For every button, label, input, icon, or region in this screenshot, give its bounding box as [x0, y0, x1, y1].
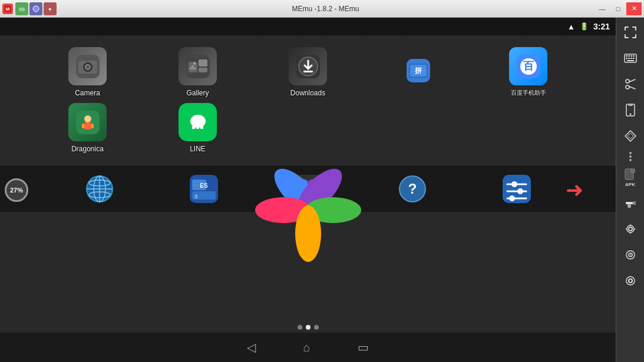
taskbar-icon-1: 99	[15, 2, 28, 15]
svg-rect-39	[192, 126, 195, 129]
svg-text:99: 99	[19, 6, 25, 12]
dock-es-explorer[interactable]: ES 3	[187, 172, 220, 205]
svg-rect-72	[633, 55, 635, 57]
app-gallery[interactable]: Gallery	[146, 47, 250, 97]
title-bar: M 99 ✦ MEmu -1.8.2 - MEmu — □ ✕	[0, 0, 644, 18]
svg-rect-74	[628, 58, 630, 59]
svg-rect-24	[303, 71, 313, 72]
svg-point-3	[33, 6, 39, 12]
svg-rect-70	[628, 55, 630, 57]
svg-point-65	[517, 188, 523, 194]
window-controls: — □ ✕	[595, 2, 642, 15]
settings-button[interactable]	[618, 217, 643, 241]
percent-badge: 27%	[5, 178, 28, 202]
svg-point-95	[629, 227, 632, 231]
svg-text:拼: 拼	[414, 67, 422, 75]
svg-rect-77	[627, 60, 634, 61]
svg-point-101	[629, 280, 632, 282]
right-sidebar: APK APK	[616, 18, 644, 362]
minimize-button[interactable]: —	[595, 2, 610, 15]
app-baidu[interactable]: 百 百度手机助手	[476, 47, 580, 97]
svg-text:M: M	[6, 6, 10, 12]
camera-icon	[68, 47, 107, 85]
svg-rect-41	[200, 126, 203, 129]
page-dots	[298, 325, 319, 330]
svg-text:?: ?	[408, 181, 417, 197]
svg-rect-19	[199, 68, 207, 72]
close-button[interactable]: ✕	[626, 2, 642, 15]
svg-rect-73	[626, 58, 628, 59]
android-screen: ▲ 🔋 3:21 27% ➜	[0, 18, 616, 362]
apk-button[interactable]: APK APK	[618, 165, 643, 190]
app-downloads[interactable]: Downloads	[256, 47, 360, 97]
svg-rect-69	[626, 55, 628, 57]
svg-point-63	[511, 181, 517, 187]
fullscreen-button[interactable]	[618, 20, 643, 45]
svg-text:3: 3	[194, 194, 197, 200]
line-label: LINE	[190, 145, 206, 153]
svg-text:百: 百	[523, 60, 534, 72]
taskbar-icon-3: ✦	[44, 2, 57, 15]
sound-button[interactable]	[618, 243, 643, 267]
downloads-icon	[289, 47, 327, 85]
app-pinyin[interactable]: 拼	[366, 47, 470, 97]
camera-label: Camera	[75, 89, 100, 97]
baidu-label: 百度手机助手	[511, 89, 546, 97]
back-button[interactable]: ◁	[247, 340, 256, 354]
battery-icon: 🔋	[580, 22, 589, 31]
app-empty-2	[366, 103, 470, 153]
svg-line-81	[629, 87, 635, 89]
svg-marker-88	[631, 169, 635, 172]
svg-rect-35	[82, 124, 84, 128]
svg-point-21	[193, 62, 196, 65]
dock-sys-settings[interactable]	[500, 172, 533, 205]
baidu-icon: 百	[509, 47, 547, 85]
svg-rect-36	[91, 124, 94, 128]
svg-rect-76	[633, 58, 635, 59]
app-camera[interactable]: Camera	[35, 47, 140, 97]
main-area: ▲ 🔋 3:21 27% ➜	[0, 18, 644, 362]
svg-point-33	[84, 115, 91, 122]
svg-point-83	[629, 114, 631, 115]
svg-point-78	[626, 79, 629, 83]
volume-button[interactable]	[618, 124, 643, 148]
svg-marker-86	[628, 133, 633, 139]
phone-button[interactable]	[618, 98, 643, 122]
svg-point-94	[627, 225, 634, 233]
app-grid: Camera Gallery	[0, 35, 616, 165]
dock-help[interactable]: ?	[396, 172, 428, 205]
svg-point-79	[626, 85, 629, 89]
maximize-button[interactable]: □	[610, 2, 626, 15]
app-empty-1	[256, 103, 360, 153]
nav-bar: ◁ ⌂ ▭	[0, 333, 616, 362]
taskbar-items: 99 ✦	[15, 2, 57, 15]
clock-display: 3:21	[593, 22, 610, 31]
app-line[interactable]: LINE	[146, 103, 250, 153]
record-button[interactable]	[618, 268, 643, 293]
app-dragonica[interactable]: Dragonica	[35, 103, 140, 153]
line-icon	[179, 103, 217, 141]
svg-point-9	[295, 205, 321, 262]
svg-point-14	[86, 65, 90, 69]
svg-marker-85	[625, 131, 636, 141]
scissors-button[interactable]	[618, 72, 643, 97]
pinyin-icon: 拼	[399, 51, 437, 89]
keyboard-button[interactable]	[618, 46, 643, 71]
svg-text:✦: ✦	[48, 6, 52, 12]
svg-line-80	[629, 79, 635, 82]
svg-rect-34	[84, 122, 91, 129]
dragonica-icon	[68, 103, 107, 141]
recent-button[interactable]: ▭	[358, 340, 369, 354]
app-icon: M	[2, 4, 13, 14]
svg-point-38	[190, 115, 206, 128]
svg-text:ES: ES	[200, 182, 208, 189]
flower-logo	[249, 148, 367, 266]
home-button[interactable]: ⌂	[303, 341, 310, 354]
page-dot-2	[306, 325, 311, 330]
sidebar-dots	[629, 150, 632, 164]
page-dot-1	[298, 325, 302, 330]
dock-browser[interactable]	[83, 172, 115, 205]
brush-button[interactable]	[618, 191, 643, 215]
page-dot-3	[314, 325, 319, 330]
svg-rect-92	[628, 204, 631, 208]
